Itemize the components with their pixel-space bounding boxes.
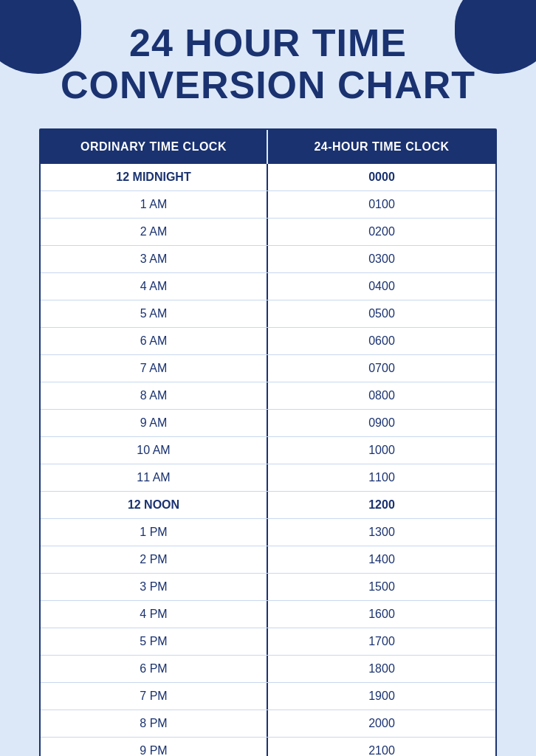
- table-row: 4 AM0400: [41, 273, 495, 300]
- ordinary-time-cell: 2 AM: [41, 219, 268, 245]
- title-line2: CONVERSION CHART: [61, 64, 475, 106]
- table-row: 10 AM1000: [41, 437, 495, 464]
- table-header: ORDINARY TIME CLOCK 24-HOUR TIME CLOCK: [41, 130, 495, 164]
- table-row: 8 PM2000: [41, 710, 495, 738]
- col1-header: ORDINARY TIME CLOCK: [41, 130, 268, 164]
- title-section: 24 HOUR TIME CONVERSION CHART: [31, 22, 505, 106]
- table-row: 3 AM0300: [41, 246, 495, 273]
- military-time-cell: 1300: [268, 519, 495, 546]
- military-time-cell: 0000: [268, 164, 495, 190]
- ordinary-time-cell: 6 PM: [41, 656, 268, 682]
- ordinary-time-cell: 9 AM: [41, 410, 268, 436]
- military-time-cell: 0900: [268, 410, 495, 436]
- ordinary-time-cell: 1 PM: [41, 519, 268, 546]
- table-row: 6 PM1800: [41, 656, 495, 683]
- table-row: 5 AM0500: [41, 300, 495, 328]
- table-row: 3 PM1500: [41, 574, 495, 601]
- military-time-cell: 1900: [268, 683, 495, 709]
- ordinary-time-cell: 11 AM: [41, 464, 268, 491]
- page-title: 24 HOUR TIME CONVERSION CHART: [61, 22, 475, 106]
- military-time-cell: 1700: [268, 628, 495, 655]
- military-time-cell: 1600: [268, 601, 495, 628]
- table-row: 12 MIDNIGHT0000: [41, 164, 495, 191]
- ordinary-time-cell: 5 AM: [41, 300, 268, 327]
- table-row: 9 AM0900: [41, 410, 495, 437]
- military-time-cell: 1400: [268, 546, 495, 573]
- military-time-cell: 1500: [268, 574, 495, 600]
- table-row: 8 AM0800: [41, 382, 495, 410]
- military-time-cell: 0400: [268, 273, 495, 300]
- ordinary-time-cell: 4 AM: [41, 273, 268, 300]
- ordinary-time-cell: 8 PM: [41, 710, 268, 737]
- table-row: 6 AM0600: [41, 328, 495, 355]
- ordinary-time-cell: 10 AM: [41, 437, 268, 464]
- table-row: 2 AM0200: [41, 219, 495, 246]
- military-time-cell: 0200: [268, 219, 495, 245]
- military-time-cell: 0700: [268, 355, 495, 382]
- military-time-cell: 0600: [268, 328, 495, 354]
- title-line1: 24 HOUR TIME: [61, 22, 475, 64]
- col2-header: 24-HOUR TIME CLOCK: [268, 130, 495, 164]
- ordinary-time-cell: 3 AM: [41, 246, 268, 272]
- table-row: 1 PM1300: [41, 519, 495, 546]
- table-row: 7 PM1900: [41, 683, 495, 710]
- military-time-cell: 1100: [268, 464, 495, 491]
- military-time-cell: 0100: [268, 191, 495, 218]
- ordinary-time-cell: 12 NOON: [41, 492, 268, 518]
- military-time-cell: 0500: [268, 300, 495, 327]
- ordinary-time-cell: 7 PM: [41, 683, 268, 709]
- page-wrapper: 24 HOUR TIME CONVERSION CHART ORDINARY T…: [0, 0, 536, 756]
- military-time-cell: 2000: [268, 710, 495, 737]
- ordinary-time-cell: 12 MIDNIGHT: [41, 164, 268, 190]
- table-row: 7 AM0700: [41, 355, 495, 382]
- military-time-cell: 1000: [268, 437, 495, 464]
- military-time-cell: 1800: [268, 656, 495, 682]
- ordinary-time-cell: 3 PM: [41, 574, 268, 600]
- table-row: 2 PM1400: [41, 546, 495, 574]
- ordinary-time-cell: 8 AM: [41, 382, 268, 409]
- ordinary-time-cell: 6 AM: [41, 328, 268, 354]
- conversion-table: ORDINARY TIME CLOCK 24-HOUR TIME CLOCK 1…: [39, 128, 497, 756]
- table-row: 5 PM1700: [41, 628, 495, 656]
- table-row: 12 NOON1200: [41, 492, 495, 519]
- ordinary-time-cell: 5 PM: [41, 628, 268, 655]
- table-body: 12 MIDNIGHT00001 AM01002 AM02003 AM03004…: [41, 164, 495, 756]
- table-row: 1 AM0100: [41, 191, 495, 219]
- ordinary-time-cell: 2 PM: [41, 546, 268, 573]
- military-time-cell: 2100: [268, 738, 495, 756]
- military-time-cell: 1200: [268, 492, 495, 518]
- table-row: 9 PM2100: [41, 738, 495, 756]
- ordinary-time-cell: 1 AM: [41, 191, 268, 218]
- ordinary-time-cell: 9 PM: [41, 738, 268, 756]
- table-row: 11 AM1100: [41, 464, 495, 492]
- military-time-cell: 0300: [268, 246, 495, 272]
- ordinary-time-cell: 4 PM: [41, 601, 268, 628]
- table-row: 4 PM1600: [41, 601, 495, 628]
- military-time-cell: 0800: [268, 382, 495, 409]
- ordinary-time-cell: 7 AM: [41, 355, 268, 382]
